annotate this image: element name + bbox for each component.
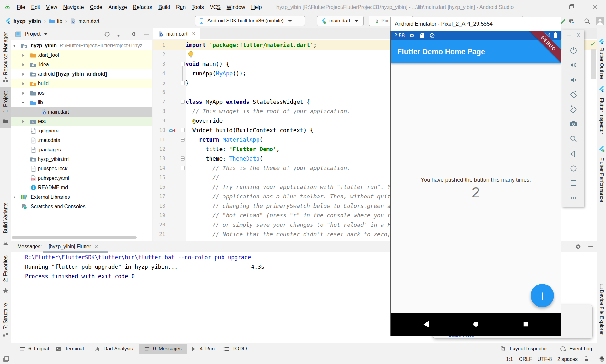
tree-item-build[interactable]: build — [11, 79, 152, 88]
tree-collapsed-chevron-icon[interactable] — [13, 196, 16, 199]
menu-code[interactable]: Code — [90, 4, 102, 10]
project-view-title[interactable]: Project — [25, 31, 41, 37]
tree-item-pubspec.lock[interactable]: pubspec.lock — [11, 164, 152, 173]
hide-panel-button[interactable] — [588, 244, 594, 250]
nav-home-button[interactable] — [473, 321, 479, 328]
emulator-volume-up-button[interactable] — [569, 61, 578, 69]
tree-item-main.dart[interactable]: main.dart — [11, 107, 152, 117]
tree-item-test[interactable]: test — [11, 117, 152, 126]
highlighting-level-icon[interactable] — [599, 354, 605, 364]
tree-item-readme.md[interactable]: README.md — [11, 183, 152, 192]
avatar[interactable] — [596, 17, 604, 26]
emulator-back-button[interactable] — [569, 150, 578, 158]
tree-item-.idea[interactable]: .idea — [11, 60, 152, 69]
tree-expanded-chevron-icon[interactable] — [13, 44, 16, 48]
emulator-rotate-right-button[interactable] — [569, 105, 578, 113]
toolbar-button-0--messages[interactable]: 0: Messages — [139, 344, 187, 354]
menu-file[interactable]: File — [17, 4, 25, 10]
menu-tools[interactable]: Tools — [192, 4, 204, 10]
tree-item-external-libraries[interactable]: External Libraries — [11, 192, 152, 202]
messages-tab-flutter[interactable]: [hyzp_yibin] Flutter ✕ — [43, 241, 104, 252]
tree-item-.packages[interactable]: .packages — [11, 145, 152, 155]
inspection-ok-icon[interactable] — [590, 41, 595, 46]
window-restore-button[interactable] — [565, 0, 579, 14]
breadcrumb-hyzp_yibin[interactable]: hyzp_yibin — [5, 18, 41, 24]
tree-collapsed-chevron-icon[interactable] — [21, 63, 25, 67]
emulator-overview-button[interactable] — [569, 179, 578, 187]
window-minimize-button[interactable] — [543, 0, 558, 14]
tree-item-lib[interactable]: lib — [11, 98, 152, 107]
editor-scrollbar[interactable] — [591, 49, 596, 79]
tree-item-android[interactable]: android [hyzp_yibin_android] — [11, 69, 152, 79]
emulator-zoom-button[interactable] — [569, 135, 578, 143]
horizontal-scrollbar[interactable] — [12, 236, 137, 239]
locate-file-button[interactable] — [104, 31, 110, 37]
menu-run[interactable]: Run — [176, 4, 186, 10]
hide-panel-button[interactable] — [143, 31, 149, 37]
intention-bulb-icon[interactable] — [188, 51, 193, 59]
run-config-selector[interactable]: main.dart — [317, 16, 364, 26]
emulator-rotate-left-button[interactable] — [569, 90, 578, 98]
fold-marker[interactable] — [181, 62, 185, 66]
sdk-manager-button[interactable] — [568, 18, 575, 25]
toolbar-button-6--logcat[interactable]: 6: Logcat — [20, 344, 49, 354]
menu-vcs[interactable]: VCS — [210, 4, 221, 10]
search-everywhere-button[interactable] — [584, 18, 591, 25]
tree-collapsed-chevron-icon[interactable] — [21, 91, 25, 95]
settings-gear-button[interactable] — [575, 244, 581, 250]
nav-overview-button[interactable] — [524, 322, 528, 328]
settings-gear-button[interactable] — [131, 31, 137, 37]
tree-collapsed-chevron-icon[interactable] — [21, 120, 25, 123]
override-gutter-icon[interactable] — [169, 128, 176, 133]
tree-item-pubspec.yaml[interactable]: YMLpubspec.yaml — [11, 173, 152, 183]
emulator-close-button[interactable] — [575, 32, 582, 38]
tree-collapsed-chevron-icon[interactable] — [21, 73, 25, 76]
emulator-camera-button[interactable] — [569, 120, 578, 128]
tree-collapsed-chevron-icon[interactable] — [21, 54, 25, 57]
tree-item-hyzp-yibin[interactable]: hyzp_yibinR:\FlutterProject\FlutterProje… — [11, 41, 152, 50]
tree-item-.dart-tool[interactable]: .dart_tool — [11, 50, 152, 60]
nav-back-button[interactable] — [423, 320, 430, 329]
emulator-home-button[interactable] — [569, 164, 578, 173]
fold-marker[interactable] — [181, 81, 185, 85]
menu-help[interactable]: Help — [251, 4, 262, 10]
emulator-power-button[interactable] — [569, 46, 578, 54]
tree-item-.gitignore[interactable]: .gitignore — [11, 126, 152, 136]
emulator-more-button[interactable] — [569, 194, 578, 202]
menu-edit[interactable]: Edit — [31, 4, 40, 10]
fold-marker[interactable] — [181, 166, 185, 170]
tree-item-hyzp-yibin.iml[interactable]: hyzp_yibin.iml — [11, 155, 152, 164]
emulator-title-bar[interactable]: Android Emulator - Pixel_2_API_29:5554 — [390, 17, 561, 31]
tab-close-icon[interactable]: ✕ — [192, 31, 196, 37]
emulator-volume-down-button[interactable] — [569, 76, 578, 84]
toolbar-button-layout-inspector[interactable]: Layout Inspector — [500, 344, 547, 354]
tool-window-switcher-icon[interactable] — [3, 354, 9, 364]
menu-analyze[interactable]: Analyze — [108, 4, 127, 10]
status-caret-position[interactable]: 1:1 — [506, 354, 513, 364]
lock-status-icon[interactable] — [584, 354, 590, 364]
device-selector[interactable]: Android SDK built for x86 (mobile) — [195, 16, 305, 26]
editor-tab-main-dart[interactable]: main.dart ✕ — [153, 28, 200, 39]
fold-marker[interactable] — [181, 138, 185, 142]
tree-item-scratches-and-consoles[interactable]: Scratches and Consoles — [11, 202, 152, 211]
window-close-button[interactable] — [587, 0, 602, 14]
tab-close-icon[interactable]: ✕ — [94, 244, 98, 250]
fold-marker[interactable] — [181, 156, 185, 161]
menu-window[interactable]: Window — [227, 4, 245, 10]
status-line-ending[interactable]: CRLF — [519, 354, 532, 364]
menu-view[interactable]: View — [46, 4, 57, 10]
toolbar-button-terminal[interactable]: Terminal — [56, 344, 84, 354]
menu-navigate[interactable]: Navigate — [63, 4, 84, 10]
emulator-minimize-button[interactable] — [566, 32, 573, 38]
status-encoding[interactable]: UTF-8 — [538, 354, 552, 364]
toolbar-button-event-log[interactable]: Event Log — [560, 344, 592, 354]
tree-item-.metadata[interactable]: .metadata — [11, 136, 152, 145]
tree-collapsed-chevron-icon[interactable] — [21, 82, 25, 85]
tree-item-ios[interactable]: ios — [11, 88, 152, 98]
fold-marker[interactable] — [181, 128, 185, 132]
tree-expanded-chevron-icon[interactable] — [21, 101, 25, 104]
status-indent[interactable]: 2 spaces — [557, 354, 578, 364]
toolbar-button-todo[interactable]: TODO — [223, 344, 247, 354]
toolbar-button-dart-analysis[interactable]: Dart Analysis — [95, 344, 133, 354]
fold-marker[interactable] — [181, 100, 185, 104]
